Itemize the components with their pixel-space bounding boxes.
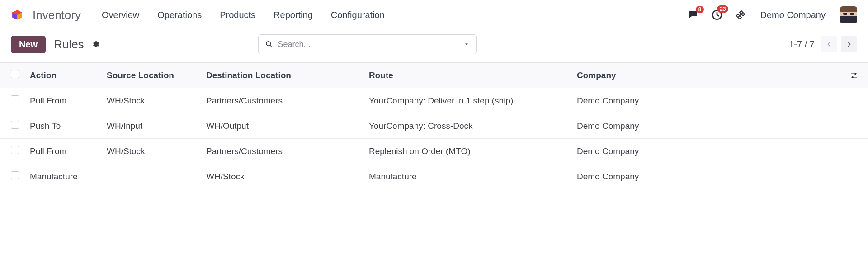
col-header-company[interactable]: Company	[572, 63, 845, 88]
cell-route: Manufacture	[364, 164, 572, 189]
chevron-right-icon	[845, 41, 853, 48]
cell-route: YourCompany: Cross-Dock	[364, 113, 572, 139]
pager-next-button[interactable]	[841, 36, 857, 52]
row-checkbox[interactable]	[11, 95, 19, 103]
cell-company: Demo Company	[572, 164, 845, 189]
pager-prev-button[interactable]	[821, 36, 837, 52]
search-icon	[265, 40, 274, 49]
cell-route: YourCompany: Deliver in 1 step (ship)	[364, 88, 572, 113]
table-row[interactable]: Pull FromWH/StockPartners/CustomersYourC…	[0, 88, 868, 113]
rules-table: Action Source Location Destination Locat…	[0, 62, 868, 189]
cell-options	[845, 139, 868, 164]
nav-reporting[interactable]: Reporting	[274, 10, 313, 20]
sliders-icon	[850, 71, 858, 80]
svg-point-9	[852, 76, 854, 78]
cell-options	[845, 88, 868, 113]
col-header-route[interactable]: Route	[364, 63, 572, 88]
nav-operations[interactable]: Operations	[157, 10, 202, 20]
nav-overview[interactable]: Overview	[102, 10, 139, 20]
app-title[interactable]: Inventory	[33, 8, 81, 22]
select-all-checkbox[interactable]	[11, 70, 19, 78]
search-box[interactable]	[258, 34, 457, 54]
svg-point-4	[266, 42, 270, 46]
row-checkbox[interactable]	[11, 121, 19, 129]
cell-source: WH/Stock	[102, 139, 202, 164]
cell-action: Pull From	[25, 88, 102, 113]
breadcrumb-title: Rules	[54, 38, 84, 52]
row-checkbox[interactable]	[11, 146, 19, 154]
cell-options	[845, 113, 868, 139]
cell-source: WH/Stock	[102, 88, 202, 113]
cell-company: Demo Company	[572, 113, 845, 139]
cell-source: WH/Input	[102, 113, 202, 139]
cell-destination: Partners/Customers	[202, 139, 364, 164]
toolbar: New Rules 1-7 / 7	[0, 30, 868, 62]
col-header-destination[interactable]: Destination Location	[202, 63, 364, 88]
cell-destination: WH/Stock	[202, 164, 364, 189]
col-header-action[interactable]: Action	[25, 63, 102, 88]
activities-badge: 23	[717, 5, 728, 13]
tools-icon	[736, 10, 745, 20]
table-row[interactable]: ManufactureWH/StockManufactureDemo Compa…	[0, 164, 868, 189]
svg-line-5	[270, 45, 272, 47]
activities-button[interactable]: 23	[711, 9, 723, 21]
pager-text[interactable]: 1-7 / 7	[789, 39, 815, 50]
tools-button[interactable]	[736, 10, 745, 20]
row-checkbox[interactable]	[11, 171, 19, 179]
cell-action: Manufacture	[25, 164, 102, 189]
cell-options	[845, 164, 868, 189]
company-selector[interactable]: Demo Company	[760, 10, 826, 20]
table-row[interactable]: Push ToWH/InputWH/OutputYourCompany: Cro…	[0, 113, 868, 139]
col-options[interactable]	[845, 63, 868, 88]
search-dropdown-button[interactable]	[457, 34, 477, 54]
table-row[interactable]: Pull FromWH/StockPartners/CustomersReple…	[0, 139, 868, 164]
cell-action: Push To	[25, 113, 102, 139]
top-nav: Inventory Overview Operations Products R…	[0, 0, 868, 30]
new-button[interactable]: New	[11, 36, 46, 53]
cell-company: Demo Company	[572, 139, 845, 164]
nav-products[interactable]: Products	[220, 10, 255, 20]
cell-destination: Partners/Customers	[202, 88, 364, 113]
col-header-source[interactable]: Source Location	[102, 63, 202, 88]
messages-button[interactable]: 8	[688, 9, 698, 20]
user-avatar[interactable]	[840, 6, 857, 23]
cell-route: Replenish on Order (MTO)	[364, 139, 572, 164]
nav-configuration[interactable]: Configuration	[331, 10, 385, 20]
search-input[interactable]	[278, 40, 450, 49]
cell-destination: WH/Output	[202, 113, 364, 139]
chevron-left-icon	[826, 41, 833, 48]
gear-icon[interactable]	[91, 40, 99, 48]
messages-badge: 8	[696, 6, 704, 13]
app-logo-icon[interactable]	[11, 9, 24, 21]
cell-action: Pull From	[25, 139, 102, 164]
pager: 1-7 / 7	[789, 36, 857, 52]
svg-point-7	[854, 73, 856, 75]
table-header-row: Action Source Location Destination Locat…	[0, 63, 868, 88]
caret-down-icon	[464, 42, 469, 47]
cell-source	[102, 164, 202, 189]
search-container	[258, 34, 477, 54]
cell-company: Demo Company	[572, 88, 845, 113]
